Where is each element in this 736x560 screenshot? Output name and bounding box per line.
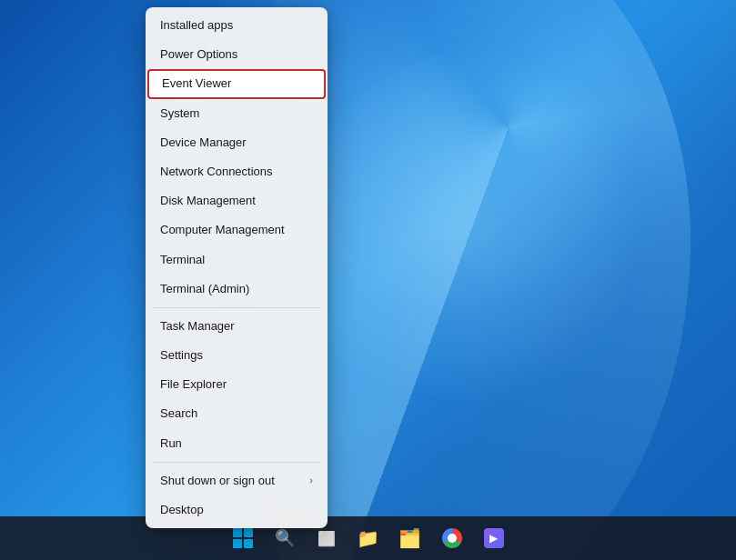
menu-item-label-run: Run [160,435,182,452]
menu-item-label-terminal: Terminal [160,252,205,268]
menu-item-label-device-manager: Device Manager [160,135,247,151]
menu-item-label-power-options: Power Options [160,46,237,63]
file-explorer-icon: 📁 [357,527,379,549]
menu-item-file-explorer[interactable]: File Explorer [146,370,328,399]
menu-item-event-viewer[interactable]: Event Viewer [147,69,326,98]
menu-item-installed-apps[interactable]: Installed apps [146,11,328,40]
menu-separator [153,307,320,308]
menu-item-label-search: Search [160,405,197,422]
menu-item-computer-management[interactable]: Computer Management [146,215,328,245]
taskbar-icon-explorer2[interactable]: 🗂️ [390,518,430,558]
submenu-arrow-icon: › [309,474,313,487]
menu-item-label-shutdown-sign-out: Shut down or sign out [160,473,275,489]
menu-item-terminal[interactable]: Terminal [146,245,328,275]
context-menu: Installed appsPower OptionsEvent ViewerS… [146,7,328,528]
menu-item-run[interactable]: Run [146,429,328,458]
desktop-background [0,0,736,560]
menu-item-label-settings: Settings [160,347,203,364]
menu-item-power-options[interactable]: Power Options [146,40,328,69]
media-icon: ▶ [484,528,504,548]
folder-icon: 🗂️ [398,527,421,549]
menu-item-disk-management[interactable]: Disk Management [146,186,328,215]
menu-item-label-desktop: Desktop [160,502,204,518]
menu-item-task-manager[interactable]: Task Manager [146,312,328,341]
menu-item-search[interactable]: Search [146,399,328,428]
menu-item-shutdown-sign-out[interactable]: Shut down or sign out› [146,466,328,495]
menu-item-device-manager[interactable]: Device Manager [146,128,328,157]
taskbar-icon-file-explorer[interactable]: 📁 [348,518,388,558]
menu-item-desktop[interactable]: Desktop [146,495,328,525]
taskview-icon: ⬜ [318,530,336,547]
menu-item-label-system: System [160,105,199,122]
windows-logo-icon [233,528,253,548]
chrome-icon [442,528,462,548]
search-icon: 🔍 [275,528,295,548]
menu-item-label-disk-management: Disk Management [160,193,256,209]
menu-item-terminal-admin[interactable]: Terminal (Admin) [146,275,328,304]
taskbar-icon-media[interactable]: ▶ [474,518,514,558]
menu-item-network-connections[interactable]: Network Connections [146,157,328,186]
menu-item-system[interactable]: System [146,99,328,128]
menu-item-label-installed-apps: Installed apps [160,17,233,34]
menu-separator [153,462,320,463]
taskbar: 🔍⬜📁🗂️▶ [0,516,736,560]
taskbar-icon-chrome[interactable] [432,518,472,558]
menu-item-label-file-explorer: File Explorer [160,376,227,393]
menu-item-label-terminal-admin: Terminal (Admin) [160,281,249,297]
menu-item-label-task-manager: Task Manager [160,318,235,335]
menu-item-label-computer-management: Computer Management [160,222,285,238]
menu-item-label-event-viewer: Event Viewer [162,75,231,92]
menu-item-settings[interactable]: Settings [146,341,328,370]
menu-item-label-network-connections: Network Connections [160,164,273,180]
